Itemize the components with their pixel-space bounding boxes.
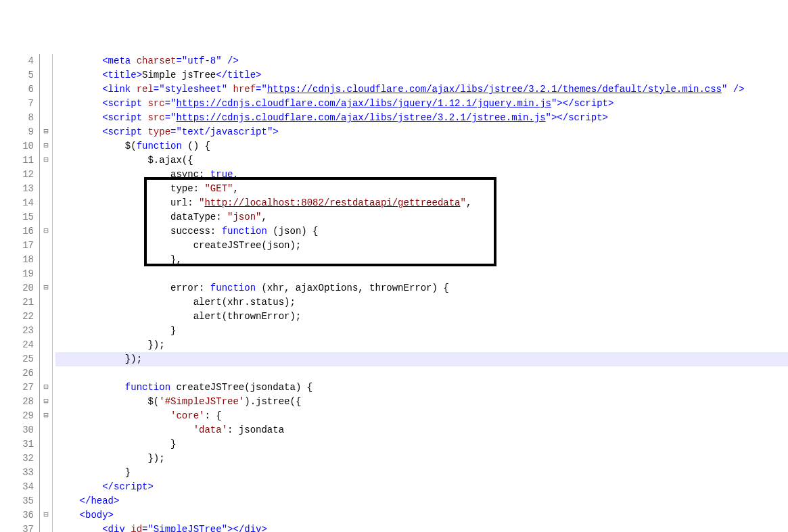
line-number: 17	[0, 239, 39, 253]
line-number: 5	[0, 68, 39, 82]
code-line[interactable]: 19	[0, 267, 788, 281]
code-line[interactable]: 26	[0, 366, 788, 381]
line-number: 19	[0, 267, 39, 281]
code-line[interactable]: 14 url: "http://localhost:8082/restdataa…	[0, 196, 788, 210]
jstree-url-link[interactable]: https://cdnjs.cloudflare.com/ajax/libs/j…	[176, 112, 545, 123]
code-line[interactable]: 34 </script>	[0, 480, 788, 494]
line-number: 21	[0, 295, 39, 310]
fold-toggle[interactable]: ⊟	[40, 153, 52, 168]
line-number: 30	[0, 423, 39, 437]
line-number: 12	[0, 168, 39, 182]
line-number: 20	[0, 281, 39, 295]
code-line[interactable]: 30 'data': jsondata	[0, 423, 788, 437]
code-line[interactable]: 27 ⊟ function createJSTree(jsondata) {	[0, 381, 788, 395]
line-number: 28	[0, 395, 39, 409]
code-line[interactable]: 7 <script src="https://cdnjs.cloudflare.…	[0, 97, 788, 111]
line-number: 6	[0, 82, 39, 97]
code-line[interactable]: 33 }	[0, 466, 788, 480]
code-line[interactable]: 36 ⊟ <body>	[0, 508, 788, 523]
fold-toggle[interactable]: ⊟	[40, 125, 52, 139]
code-line[interactable]: 11 ⊟ $.ajax({	[0, 153, 788, 168]
code-line[interactable]: 28 ⊟ $('#SimpleJSTree').jstree({	[0, 395, 788, 409]
code-line[interactable]: 5 <title>Simple jsTree</title>	[0, 68, 788, 82]
code-line[interactable]: 32 });	[0, 452, 788, 466]
line-number: 14	[0, 196, 39, 210]
line-number: 13	[0, 182, 39, 196]
fold-toggle[interactable]: ⊟	[40, 395, 52, 409]
code-line[interactable]: 13 type: "GET",	[0, 182, 788, 196]
code-line[interactable]: 16 ⊟ success: function (json) {	[0, 224, 788, 239]
line-number: 10	[0, 139, 39, 153]
line-number: 34	[0, 480, 39, 494]
code-line[interactable]: 31 }	[0, 437, 788, 452]
line-number: 24	[0, 338, 39, 352]
line-number: 27	[0, 381, 39, 395]
fold-toggle[interactable]: ⊟	[40, 281, 52, 295]
line-number: 4	[0, 54, 39, 68]
code-editor[interactable]: 4 <meta charset="utf-8" /> 5 <title>Simp…	[0, 43, 788, 532]
code-line[interactable]: 29 ⊟ 'core': {	[0, 409, 788, 423]
fold-toggle[interactable]: ⊟	[40, 409, 52, 423]
fold-toggle[interactable]: ⊟	[40, 508, 52, 523]
code-line[interactable]: 4 <meta charset="utf-8" />	[0, 54, 788, 68]
code-line[interactable]: 12 async: true,	[0, 168, 788, 182]
code-line[interactable]: 15 dataType: "json",	[0, 210, 788, 224]
code-line[interactable]: 20 ⊟ error: function (xhr, ajaxOptions, …	[0, 281, 788, 295]
code-line[interactable]: 24 });	[0, 338, 788, 352]
code-line[interactable]: 6 <link rel="stylesheet" href="https://c…	[0, 82, 788, 97]
code-line[interactable]: 21 alert(xhr.status);	[0, 295, 788, 310]
localhost-url-link[interactable]: http://localhost:8082/restdataapi/gettre…	[204, 197, 460, 208]
code-line[interactable]: 37 <div id="SimpleJSTree"></div>	[0, 523, 788, 532]
code-line[interactable]: 17 createJSTree(json);	[0, 239, 788, 253]
line-number: 35	[0, 494, 39, 508]
code-line[interactable]: 9 ⊟ <script type="text/javascript">	[0, 125, 788, 139]
line-number: 31	[0, 437, 39, 452]
code-line[interactable]: 25 });	[0, 352, 788, 366]
code-line[interactable]: 22 alert(thrownError);	[0, 310, 788, 324]
fold-toggle[interactable]: ⊟	[40, 139, 52, 153]
code-line[interactable]: 8 <script src="https://cdnjs.cloudflare.…	[0, 111, 788, 125]
line-number: 33	[0, 466, 39, 480]
code-line[interactable]: 35 </head>	[0, 494, 788, 508]
line-number: 9	[0, 125, 39, 139]
line-number: 15	[0, 210, 39, 224]
line-number: 11	[0, 153, 39, 168]
line-number: 8	[0, 111, 39, 125]
code-line[interactable]: 18 },	[0, 253, 788, 267]
line-number: 25	[0, 352, 39, 366]
line-number: 29	[0, 409, 39, 423]
line-number: 18	[0, 253, 39, 267]
line-number: 36	[0, 508, 39, 523]
fold-toggle[interactable]: ⊟	[40, 381, 52, 395]
code-line[interactable]: 10 ⊟ $(function () {	[0, 139, 788, 153]
line-number: 37	[0, 523, 39, 532]
line-number: 26	[0, 366, 39, 381]
line-number: 16	[0, 224, 39, 239]
code-line[interactable]: 23 }	[0, 324, 788, 338]
line-number: 7	[0, 97, 39, 111]
fold-toggle[interactable]: ⊟	[40, 224, 52, 239]
jquery-url-link[interactable]: https://cdnjs.cloudflare.com/ajax/libs/j…	[176, 98, 551, 109]
line-number: 22	[0, 310, 39, 324]
line-number: 23	[0, 324, 39, 338]
css-url-link[interactable]: https://cdnjs.cloudflare.com/ajax/libs/j…	[267, 84, 722, 95]
line-number: 32	[0, 452, 39, 466]
